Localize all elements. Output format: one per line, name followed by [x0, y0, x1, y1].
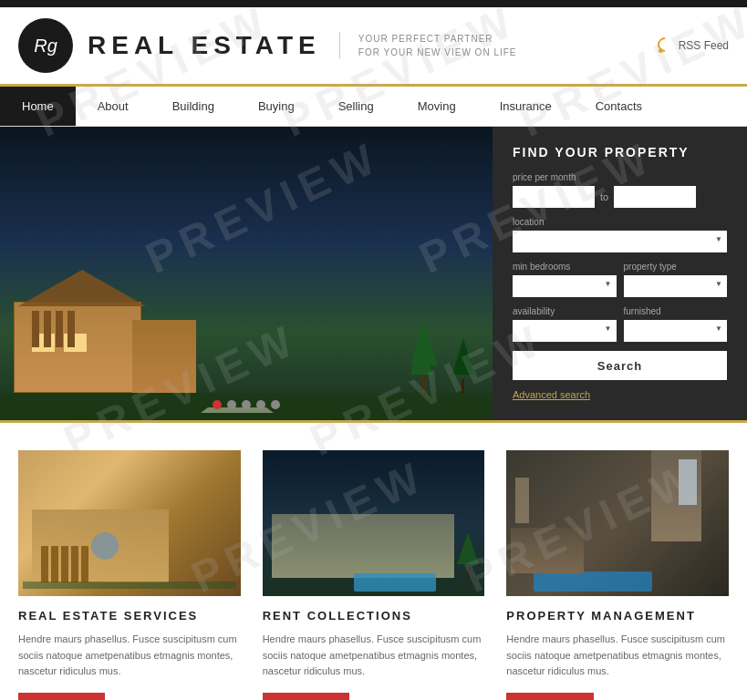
top-bar [0, 0, 747, 7]
slide-dot-1[interactable] [213, 400, 222, 409]
min-bedrooms-group: min bedrooms 1 2 3 4+ [513, 262, 617, 297]
card-2-text: Hendre maurs phasellus. Fusce suscipitus… [263, 632, 485, 680]
card-2-image [263, 450, 485, 596]
card-3-image [506, 450, 729, 596]
hero-image [0, 127, 493, 420]
site-header: Rg REAL ESTATE YOUR PERFECT PARTNER FOR … [0, 7, 747, 87]
advanced-search-link[interactable]: Advanced search [513, 389, 590, 400]
slide-dot-2[interactable] [227, 400, 236, 409]
furnished-select[interactable]: Yes No [624, 320, 728, 342]
card-1-text: Hendre maurs phasellus. Fusce suscipitus… [18, 632, 241, 680]
nav-building[interactable]: Building [150, 87, 236, 126]
to-label: to [600, 191, 608, 202]
main-nav: Home About Building Buying Selling Movin… [0, 87, 747, 127]
availability-label: availability [513, 306, 617, 316]
price-row: to [513, 186, 727, 208]
card-1: REAL ESTATE SERVICES Hendre maurs phasel… [18, 450, 241, 700]
card-2-read-more[interactable]: Read More [263, 693, 349, 700]
hero-section: FIND YOUR PROPERTY price per month to lo… [0, 127, 747, 420]
price-from-input[interactable] [513, 186, 595, 208]
cards-section: REAL ESTATE SERVICES Hendre maurs phasel… [0, 420, 747, 700]
location-label: location [513, 217, 727, 227]
slide-dots [213, 400, 280, 409]
search-panel: FIND YOUR PROPERTY price per month to lo… [493, 127, 747, 420]
site-title: REAL ESTATE [88, 31, 321, 60]
availability-group: availability Immediate 30 days [513, 306, 617, 342]
nav-moving[interactable]: Moving [396, 87, 478, 126]
furnished-label: furnished [624, 306, 728, 316]
nav-insurance[interactable]: Insurance [478, 87, 574, 126]
location-select[interactable]: Downtown Suburbs Rural [513, 231, 727, 252]
slide-dot-5[interactable] [271, 400, 280, 409]
furnished-group: furnished Yes No [624, 306, 728, 342]
property-type-select[interactable]: House Apartment Condo [624, 275, 728, 297]
min-bedrooms-select[interactable]: 1 2 3 4+ [513, 275, 617, 297]
card-3-read-more[interactable]: Read More [506, 693, 593, 700]
nav-buying[interactable]: Buying [236, 87, 316, 126]
search-button[interactable]: Search [513, 351, 727, 380]
availability-furnished-row: availability Immediate 30 days furnished… [513, 306, 727, 342]
bedrooms-type-row: min bedrooms 1 2 3 4+ property type [513, 262, 727, 297]
search-title: FIND YOUR PROPERTY [513, 145, 727, 160]
card-3-text: Hendre maurs phasellus. Fusce suscipitus… [506, 632, 729, 680]
card-1-image [18, 450, 241, 596]
property-type-label: property type [624, 262, 728, 272]
site-tagline: YOUR PERFECT PARTNER FOR YOUR NEW VIEW O… [339, 32, 517, 59]
card-1-read-more[interactable]: Read More [18, 693, 105, 700]
nav-home[interactable]: Home [0, 87, 76, 126]
price-to-input[interactable] [614, 186, 696, 208]
min-bedrooms-label: min bedrooms [513, 262, 617, 272]
card-2-title: RENT COLLECTIONS [263, 609, 485, 623]
location-row: location Downtown Suburbs Rural [513, 217, 727, 252]
nav-selling[interactable]: Selling [316, 87, 396, 126]
slide-dot-3[interactable] [242, 400, 251, 409]
nav-contacts[interactable]: Contacts [574, 87, 664, 126]
property-type-group: property type House Apartment Condo [624, 262, 728, 297]
rss-area[interactable]: RSS Feed [659, 38, 729, 53]
rss-icon [659, 38, 673, 53]
logo: Rg [18, 18, 73, 73]
card-1-title: REAL ESTATE SERVICES [18, 609, 241, 623]
logo-text: Rg [34, 36, 57, 57]
card-3: PROPERTY MANAGEMENT Hendre maurs phasell… [506, 450, 729, 700]
price-label: price per month [513, 172, 727, 182]
availability-select[interactable]: Immediate 30 days [513, 320, 617, 342]
rss-label: RSS Feed [679, 39, 729, 52]
nav-about[interactable]: About [76, 87, 150, 126]
card-3-title: PROPERTY MANAGEMENT [506, 609, 729, 623]
slide-dot-4[interactable] [256, 400, 265, 409]
card-2: RENT COLLECTIONS Hendre maurs phasellus.… [263, 450, 485, 700]
